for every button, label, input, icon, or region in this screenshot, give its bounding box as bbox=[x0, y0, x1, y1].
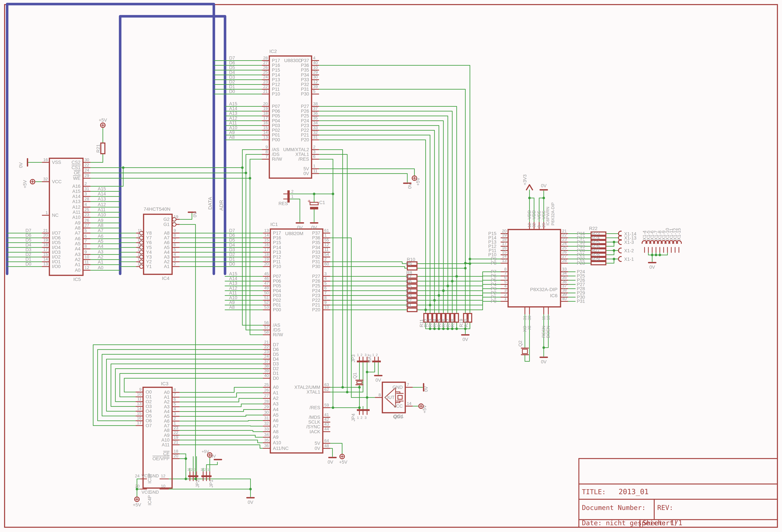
svg-text:P8: P8 bbox=[491, 261, 496, 266]
svg-text:Document Number:: Document Number: bbox=[582, 504, 646, 511]
svg-text:10: 10 bbox=[313, 65, 318, 70]
svg-text:A6: A6 bbox=[75, 236, 80, 241]
svg-text:P37: P37 bbox=[312, 231, 320, 236]
svg-text:22: 22 bbox=[174, 430, 178, 435]
svg-text:D7: D7 bbox=[229, 55, 235, 61]
svg-text:D4: D4 bbox=[229, 70, 235, 75]
svg-text:P20: P20 bbox=[301, 137, 309, 142]
svg-text:28: 28 bbox=[84, 197, 89, 201]
svg-text:A1: A1 bbox=[164, 394, 170, 400]
svg-text:D5: D5 bbox=[273, 352, 279, 357]
svg-text:I/O5: I/O5 bbox=[52, 240, 61, 245]
svg-text:29: 29 bbox=[541, 223, 546, 227]
svg-text:25: 25 bbox=[84, 207, 89, 212]
svg-text:A9: A9 bbox=[229, 300, 235, 305]
svg-text:R//W: R//W bbox=[272, 157, 282, 162]
svg-text:42: 42 bbox=[324, 417, 329, 422]
svg-text:A5: A5 bbox=[164, 245, 170, 250]
svg-text:55: 55 bbox=[324, 238, 329, 242]
svg-text:D4: D4 bbox=[26, 242, 31, 248]
svg-text:74HCT540N: 74HCT540N bbox=[144, 206, 170, 212]
svg-text:P06: P06 bbox=[272, 109, 280, 114]
svg-text:P03: P03 bbox=[272, 123, 280, 128]
svg-text:IC3P: IC3P bbox=[147, 473, 152, 484]
svg-text:3: 3 bbox=[504, 288, 506, 293]
svg-text:24: 24 bbox=[135, 473, 140, 478]
svg-text:P25: P25 bbox=[312, 283, 320, 289]
svg-text:52: 52 bbox=[264, 300, 269, 305]
svg-text:P16: P16 bbox=[272, 63, 280, 68]
svg-text:22: 22 bbox=[562, 233, 567, 237]
svg-text:+5V: +5V bbox=[416, 178, 421, 186]
svg-text:16: 16 bbox=[137, 416, 142, 420]
svg-text:8: 8 bbox=[379, 392, 381, 397]
svg-text:19: 19 bbox=[502, 233, 506, 237]
svg-text:12: 12 bbox=[138, 233, 142, 237]
svg-text:R5: R5 bbox=[406, 283, 412, 289]
svg-text:+: + bbox=[308, 198, 311, 204]
svg-text:I/O6: I/O6 bbox=[52, 235, 61, 240]
svg-text:49: 49 bbox=[264, 286, 269, 290]
svg-text:P26: P26 bbox=[312, 278, 320, 283]
svg-text:6: 6 bbox=[174, 397, 176, 402]
svg-text:2: 2 bbox=[376, 353, 378, 357]
svg-text:XI: XI bbox=[527, 326, 532, 330]
svg-text:D0: D0 bbox=[229, 89, 235, 94]
svg-text:17: 17 bbox=[43, 247, 48, 252]
svg-text:A12: A12 bbox=[229, 286, 237, 291]
svg-text:A4: A4 bbox=[164, 250, 170, 255]
svg-text:9: 9 bbox=[324, 300, 327, 305]
svg-text:A1: A1 bbox=[164, 264, 170, 269]
svg-text:11: 11 bbox=[137, 396, 142, 401]
svg-text:59: 59 bbox=[324, 403, 329, 407]
svg-text:12: 12 bbox=[161, 473, 166, 478]
svg-text:2: 2 bbox=[313, 145, 316, 149]
svg-text:14: 14 bbox=[264, 233, 269, 237]
svg-text:A15: A15 bbox=[229, 101, 237, 106]
svg-text:29: 29 bbox=[313, 70, 318, 74]
svg-text:P0: P0 bbox=[491, 299, 496, 304]
svg-text:11: 11 bbox=[84, 260, 89, 264]
svg-text:11: 11 bbox=[324, 247, 329, 252]
svg-text:9: 9 bbox=[265, 145, 268, 149]
svg-text:0V: 0V bbox=[541, 183, 546, 188]
svg-text:D1: D1 bbox=[229, 257, 235, 262]
plus5v-icon bbox=[340, 454, 345, 459]
jumper-JP4: 123 bbox=[357, 409, 369, 420]
svg-text:A10: A10 bbox=[273, 440, 281, 445]
svg-text:RESN: RESN bbox=[541, 326, 546, 338]
svg-text:10: 10 bbox=[137, 392, 142, 396]
svg-text:3: 3 bbox=[364, 416, 366, 420]
svg-text:30: 30 bbox=[264, 410, 269, 415]
svg-text:O5: O5 bbox=[146, 413, 152, 419]
svg-text:12: 12 bbox=[313, 80, 318, 84]
svg-text:3: 3 bbox=[313, 149, 316, 154]
resistor bbox=[591, 262, 606, 265]
svg-text:8: 8 bbox=[84, 244, 87, 249]
svg-text:P12: P12 bbox=[273, 255, 281, 260]
svg-text:GND: GND bbox=[149, 490, 159, 495]
svg-text:A2: A2 bbox=[164, 400, 170, 405]
svg-text:D6: D6 bbox=[229, 60, 235, 65]
svg-text:36: 36 bbox=[264, 443, 269, 448]
plus5v-icon bbox=[135, 497, 139, 502]
svg-text:54: 54 bbox=[324, 252, 329, 257]
svg-text:P21: P21 bbox=[301, 132, 309, 138]
svg-text:7: 7 bbox=[265, 154, 268, 159]
svg-text:+5V: +5V bbox=[202, 449, 209, 454]
svg-text:33: 33 bbox=[313, 125, 318, 130]
svg-text:XO: XO bbox=[522, 326, 527, 332]
svg-text:17: 17 bbox=[264, 247, 269, 252]
svg-text:16: 16 bbox=[43, 157, 48, 162]
svg-text:39: 39 bbox=[264, 369, 269, 373]
svg-text:A13: A13 bbox=[229, 111, 237, 116]
svg-text:P10: P10 bbox=[272, 91, 280, 97]
svg-text:A14: A14 bbox=[229, 106, 237, 111]
svg-text:27: 27 bbox=[263, 61, 268, 65]
svg-text:O2: O2 bbox=[146, 399, 152, 404]
connector-X1-1 bbox=[618, 257, 621, 261]
svg-text:P13: P13 bbox=[273, 250, 281, 255]
svg-text:A9: A9 bbox=[98, 218, 103, 223]
svg-text:D7: D7 bbox=[26, 228, 31, 233]
svg-text:50: 50 bbox=[264, 291, 269, 295]
